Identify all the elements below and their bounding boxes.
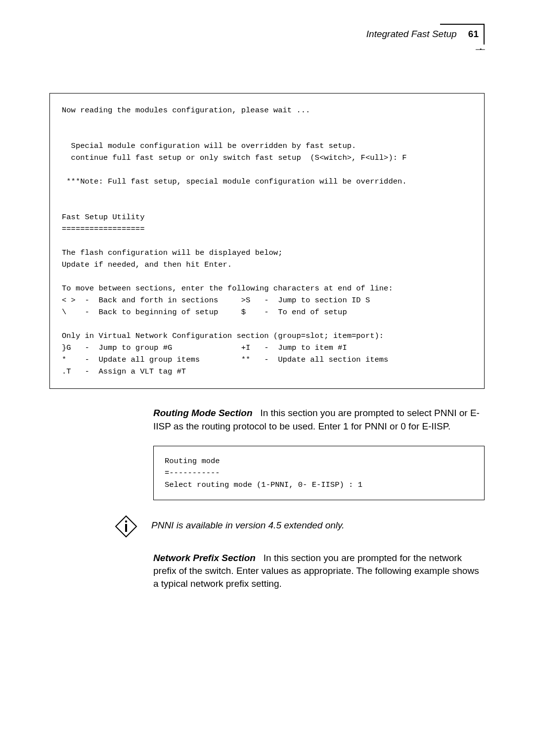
info-icon <box>115 515 137 538</box>
header-running-title: Integrated Fast Setup 61 <box>366 29 479 40</box>
header-title-text: Integrated Fast Setup <box>366 29 457 39</box>
routing-mode-title: Routing Mode Section <box>153 408 253 418</box>
terminal-output-routing: Routing mode =----------- Select routing… <box>153 446 485 500</box>
page-header: Integrated Fast Setup 61 ·····•···· <box>49 29 485 63</box>
network-prefix-paragraph: Network Prefix Section In this section y… <box>153 552 485 591</box>
terminal-output-main: Now reading the modules configuration, p… <box>49 93 485 389</box>
info-note-row: PNNI is available in version 4.5 extende… <box>115 515 485 538</box>
page-number: 61 <box>468 29 479 39</box>
info-note-text: PNNI is available in version 4.5 extende… <box>151 515 344 531</box>
svg-point-1 <box>125 520 127 522</box>
network-prefix-title: Network Prefix Section <box>153 553 256 563</box>
routing-mode-paragraph: Routing Mode Section In this section you… <box>153 407 485 432</box>
svg-rect-2 <box>125 524 127 532</box>
header-dots-decoration: ·····•···· <box>475 46 485 53</box>
